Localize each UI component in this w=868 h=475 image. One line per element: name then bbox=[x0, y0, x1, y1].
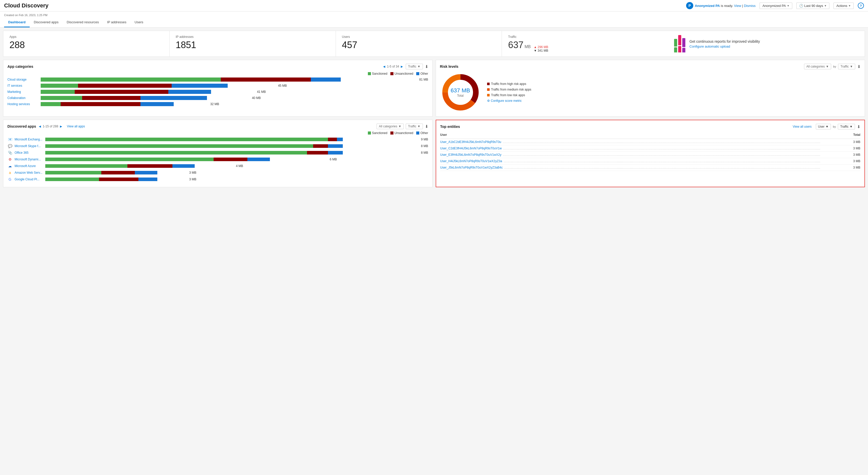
risk-category-filter[interactable]: All categories ▼ bbox=[804, 64, 831, 69]
app-categories-title: App categories bbox=[7, 64, 33, 68]
other-label: Other bbox=[420, 131, 428, 135]
app-icon: 💬 bbox=[7, 144, 12, 149]
bar-label[interactable]: IT services bbox=[7, 84, 41, 88]
help-button[interactable]: ? bbox=[858, 3, 864, 9]
account-dropdown[interactable]: Anonymized PA ▼ bbox=[760, 3, 792, 9]
prev-apps-btn[interactable]: ◄ bbox=[38, 124, 42, 128]
app-icon: ⚙ bbox=[7, 157, 12, 162]
other-bar bbox=[141, 102, 174, 106]
app-row: 💬 Microsoft Skype f... 8 MB bbox=[7, 144, 428, 149]
bar-row: Hosting services 32 MB bbox=[7, 102, 428, 106]
download-button[interactable]: ⬇ bbox=[425, 124, 428, 129]
high-risk-legend: Traffic from high risk apps bbox=[487, 82, 531, 86]
unsanctioned-bar bbox=[61, 102, 141, 106]
entity-row-content: User_C2dE3fH4iJ5kL6mN7oP8qR9sT0uV1w bbox=[440, 147, 822, 150]
bar-container bbox=[41, 84, 275, 88]
entity-name[interactable]: User_A1bC2dE3fH4iJ5kL6mN7oP8qR9sT0u bbox=[440, 140, 501, 144]
app-icon: ☁ bbox=[7, 163, 12, 168]
next-page-btn[interactable]: ► bbox=[400, 64, 404, 68]
app-name[interactable]: Google Cloud Pl... bbox=[14, 178, 45, 181]
unsanctioned-bar bbox=[127, 164, 172, 168]
app-name[interactable]: Office 365 bbox=[14, 151, 45, 155]
dismiss-link[interactable]: Dismiss bbox=[744, 4, 756, 8]
other-bar bbox=[311, 77, 341, 82]
risk-levels-panel: Risk levels All categories ▼ by Traffic … bbox=[436, 60, 865, 117]
sanctioned-bar bbox=[45, 178, 99, 181]
other-bar bbox=[173, 164, 195, 168]
legend-sanctioned: Sanctioned bbox=[368, 72, 387, 75]
entity-type-filter[interactable]: User ▼ bbox=[816, 124, 831, 129]
bar-label[interactable]: Marketing bbox=[7, 90, 41, 94]
donut-label: 637 MB Total bbox=[451, 87, 470, 97]
unsanctioned-color-dot bbox=[391, 72, 394, 75]
app-name[interactable]: Microsoft Azure bbox=[14, 164, 45, 168]
next-apps-btn[interactable]: ► bbox=[59, 124, 63, 128]
medium-risk-label: Traffic from medium risk apps bbox=[491, 88, 531, 91]
app-categories-panel: App categories ◄ 1-5 of 34 ► Traffic ▼ ⬇ bbox=[3, 60, 433, 117]
unsanctioned-bar bbox=[82, 96, 140, 100]
view-link[interactable]: View bbox=[734, 4, 741, 8]
sanctioned-bar bbox=[41, 77, 221, 82]
traffic-unit: MB bbox=[524, 44, 531, 49]
configure-score-link[interactable]: ⚙ Configure score metric bbox=[487, 99, 531, 102]
chevron-down-icon: ▼ bbox=[849, 125, 852, 128]
download-button[interactable]: ⬇ bbox=[425, 64, 428, 69]
unsanctioned-dot bbox=[391, 131, 394, 134]
created-text: Created on Feb 16, 2023, 1:25 PM bbox=[4, 12, 864, 18]
app-name[interactable]: Microsoft Skype f... bbox=[14, 144, 45, 148]
app-bar-container bbox=[45, 171, 185, 175]
app-bar-value: 8 MB bbox=[419, 151, 428, 155]
tab-users[interactable]: Users bbox=[130, 18, 147, 27]
tab-dashboard[interactable]: Dashboard bbox=[4, 18, 30, 27]
discovered-apps-controls: All categories ▼ Traffic ▼ ⬇ bbox=[377, 124, 428, 129]
other-bar bbox=[168, 90, 211, 94]
other-bar bbox=[141, 96, 207, 100]
prev-page-btn[interactable]: ◄ bbox=[382, 64, 386, 68]
tab-ip-addresses[interactable]: IP addresses bbox=[103, 18, 130, 27]
other-bar bbox=[138, 178, 157, 181]
risk-levels-title: Risk levels bbox=[440, 64, 459, 68]
chevron-down-icon: ▼ bbox=[824, 4, 827, 7]
other-label: Other bbox=[420, 72, 428, 75]
apps-legend-other: Other bbox=[416, 131, 428, 135]
apps-by-filter[interactable]: Traffic ▼ bbox=[406, 124, 423, 129]
entity-name[interactable]: User_E3fH4iJ5kL6mN7oP8qR9sT0uV1wX2y bbox=[440, 153, 501, 157]
app-name[interactable]: Microsoft Exchang... bbox=[14, 137, 45, 141]
traffic-up: ▲ 296 MB bbox=[534, 45, 548, 49]
view-all-users-link[interactable]: View all users bbox=[793, 125, 812, 128]
app-bar-value: 3 MB bbox=[188, 171, 196, 175]
bar-label[interactable]: Collaboration bbox=[7, 96, 41, 100]
app-name[interactable]: Amazon Web Serv... bbox=[14, 171, 45, 175]
bar-label[interactable]: Cloud storage bbox=[7, 78, 41, 81]
other-bar bbox=[172, 84, 228, 88]
app-categories-header: App categories ◄ 1-5 of 34 ► Traffic ▼ ⬇ bbox=[7, 64, 428, 69]
time-range-dropdown[interactable]: 🕐 Last 90 days ▼ bbox=[796, 3, 830, 9]
view-all-apps-link[interactable]: View all apps bbox=[67, 125, 85, 128]
tab-discovered-apps[interactable]: Discovered apps bbox=[30, 18, 63, 27]
apps-category-filter[interactable]: All categories ▼ bbox=[377, 124, 404, 129]
risk-by-filter[interactable]: Traffic ▼ bbox=[838, 64, 855, 69]
low-risk-label: Traffic from low risk apps bbox=[491, 93, 525, 97]
apps-bars: 📧 Microsoft Exchang... 9 MB 💬 Microsoft … bbox=[7, 137, 428, 182]
other-bar bbox=[135, 171, 157, 175]
bar-label[interactable]: Hosting services bbox=[7, 102, 41, 106]
app-bar-value: 9 MB bbox=[419, 137, 428, 141]
download-button[interactable]: ⬇ bbox=[857, 124, 860, 129]
bar-value: 45 MB bbox=[277, 84, 287, 88]
donut-value: 637 MB bbox=[451, 87, 470, 94]
promo-link[interactable]: Configure automatic upload bbox=[689, 44, 760, 49]
bar-value: 41 MB bbox=[255, 90, 266, 94]
by-label: by bbox=[833, 65, 836, 68]
app-name[interactable]: Microsoft Dynami... bbox=[14, 158, 45, 161]
download-button[interactable]: ⬇ bbox=[857, 64, 861, 69]
actions-dropdown[interactable]: Actions ▼ bbox=[834, 3, 854, 9]
app-categories-filter[interactable]: Traffic ▼ bbox=[406, 64, 423, 69]
entity-by-filter[interactable]: Traffic ▼ bbox=[838, 124, 855, 129]
entity-name[interactable]: User_C2dE3fH4iJ5kL6mN7oP8qR9sT0uV1w bbox=[440, 147, 502, 150]
chevron-down-icon: ▼ bbox=[848, 4, 851, 7]
sanctioned-bar bbox=[45, 158, 214, 161]
tab-discovered-resources[interactable]: Discovered resources bbox=[63, 18, 103, 27]
top-bar-left: Cloud Discovery bbox=[4, 2, 49, 9]
entity-name[interactable]: User_J5kL6mN7oP8qR9sT0uV1wX2yZ3aB4c bbox=[440, 166, 503, 169]
entity-name[interactable]: User_H4iJ5kL6mN7oP8qR9sT0uV1wX2yZ3a bbox=[440, 159, 502, 163]
